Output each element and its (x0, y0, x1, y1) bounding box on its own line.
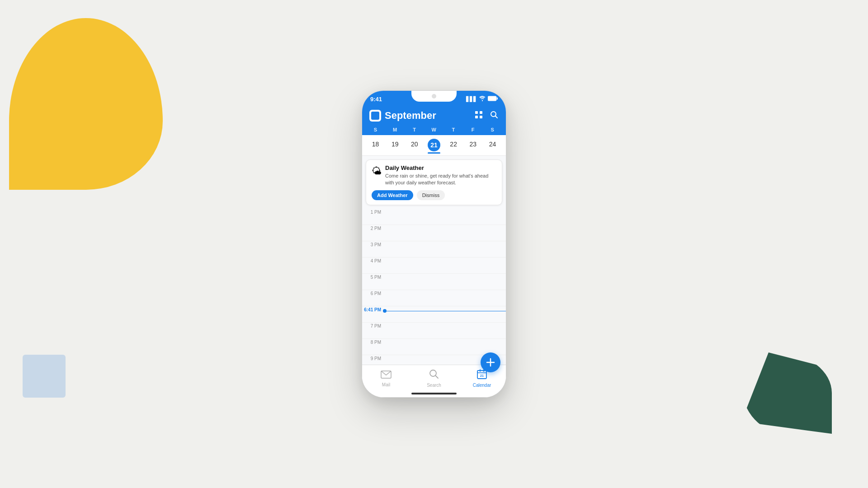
tab-search-label: Search (427, 383, 441, 388)
weather-card-title: Daily Weather (385, 164, 496, 171)
status-icons: ▋▋▋ (466, 96, 498, 102)
dow-wed: W (424, 127, 443, 132)
calendar-logo (369, 110, 381, 122)
status-time: 9:41 (370, 96, 382, 103)
add-weather-button[interactable]: Add Weather (372, 190, 413, 200)
dow-mon: M (385, 127, 405, 132)
date-21-container[interactable]: 21 (424, 139, 443, 154)
date-20[interactable]: 20 (405, 139, 424, 154)
tab-search[interactable]: Search (410, 369, 458, 388)
date-row: 18 19 20 21 22 23 24 (362, 135, 506, 156)
time-label-3pm: 3 PM (362, 241, 385, 247)
wifi-icon (479, 96, 486, 102)
add-event-fab[interactable] (481, 352, 500, 372)
weather-actions: Add Weather Dismiss (372, 190, 496, 200)
time-label-7pm: 7 PM (362, 323, 385, 328)
date-21[interactable]: 21 (428, 139, 440, 151)
tab-mail[interactable]: Mail (362, 370, 410, 387)
decorative-yellow-shape (9, 18, 163, 190)
date-19[interactable]: 19 (385, 139, 405, 154)
home-indicator (411, 393, 457, 394)
time-slot-641pm: 6:41 PM (362, 306, 506, 323)
calendar-month-title: September (385, 110, 436, 122)
calendar-header: September (362, 107, 506, 126)
time-label-current: 6:41 PM (362, 306, 385, 312)
svg-rect-4 (475, 116, 478, 118)
time-slot-6pm: 6 PM (362, 290, 506, 306)
weather-text-block: Daily Weather Come rain or shine, get re… (385, 164, 496, 187)
svg-rect-5 (480, 116, 482, 118)
battery-icon (488, 96, 498, 102)
time-label-1pm: 1 PM (362, 209, 385, 215)
signal-icon: ▋▋▋ (466, 96, 477, 102)
time-slot-5pm: 5 PM (362, 274, 506, 290)
days-of-week-row: S M T W T F S (362, 126, 506, 135)
svg-rect-1 (497, 98, 498, 100)
svg-rect-3 (480, 111, 482, 114)
svg-rect-2 (475, 111, 478, 114)
search-icon[interactable] (490, 110, 499, 122)
calendar-title-row: September (369, 110, 436, 122)
active-date-indicator (428, 152, 440, 154)
time-slot-2pm: 2 PM (362, 225, 506, 241)
date-22[interactable]: 22 (444, 139, 463, 154)
grid-view-icon[interactable] (474, 110, 483, 122)
time-slot-4pm: 4 PM (362, 258, 506, 274)
dow-thu: T (444, 127, 463, 132)
camera-dot (432, 94, 436, 99)
phone-frame: 9:41 ▋▋▋ (362, 90, 506, 398)
time-label-4pm: 4 PM (362, 258, 385, 263)
date-18[interactable]: 18 (366, 139, 385, 154)
date-23[interactable]: 23 (463, 139, 483, 154)
tab-calendar-label: Calendar (473, 383, 491, 388)
weather-card-description: Come rain or shine, get ready for what's… (385, 173, 496, 187)
dow-sat: S (483, 127, 502, 132)
calendar-header-icons (474, 110, 499, 122)
svg-line-12 (435, 375, 438, 378)
current-time-line (385, 311, 506, 312)
calendar-logo-inner (371, 112, 379, 120)
svg-text:21: 21 (480, 374, 484, 377)
notch (411, 91, 457, 102)
time-label-5pm: 5 PM (362, 274, 385, 280)
weather-card-header: 🌤 Daily Weather Come rain or shine, get … (372, 164, 496, 187)
weather-sun-icon: 🌤 (372, 165, 382, 177)
decorative-blue-square (23, 355, 66, 398)
weather-card: 🌤 Daily Weather Come rain or shine, get … (366, 160, 502, 205)
svg-rect-0 (488, 96, 496, 101)
current-time-indicator (385, 306, 506, 323)
dow-tue: T (405, 127, 424, 132)
status-bar: 9:41 ▋▋▋ (362, 91, 506, 107)
time-slot-8pm: 8 PM (362, 339, 506, 355)
time-slot-3pm: 3 PM (362, 241, 506, 258)
svg-line-7 (495, 116, 498, 118)
dow-fri: F (463, 127, 483, 132)
date-24[interactable]: 24 (483, 139, 502, 154)
phone-content: September (362, 107, 506, 397)
decorative-green-shape (741, 352, 832, 434)
phone-mockup: 9:41 ▋▋▋ (362, 90, 506, 398)
time-label-6pm: 6 PM (362, 290, 385, 296)
time-label-9pm: 9 PM (362, 355, 385, 361)
dow-sun: S (366, 127, 385, 132)
tab-calendar[interactable]: 21 Calendar (458, 369, 506, 388)
search-tab-icon (429, 369, 439, 382)
dismiss-button[interactable]: Dismiss (417, 190, 445, 200)
mail-icon (381, 370, 392, 381)
time-label-8pm: 8 PM (362, 339, 385, 345)
time-slot-1pm: 1 PM (362, 209, 506, 225)
time-slot-7pm: 7 PM (362, 323, 506, 339)
tab-mail-label: Mail (382, 382, 390, 387)
time-label-2pm: 2 PM (362, 225, 385, 231)
